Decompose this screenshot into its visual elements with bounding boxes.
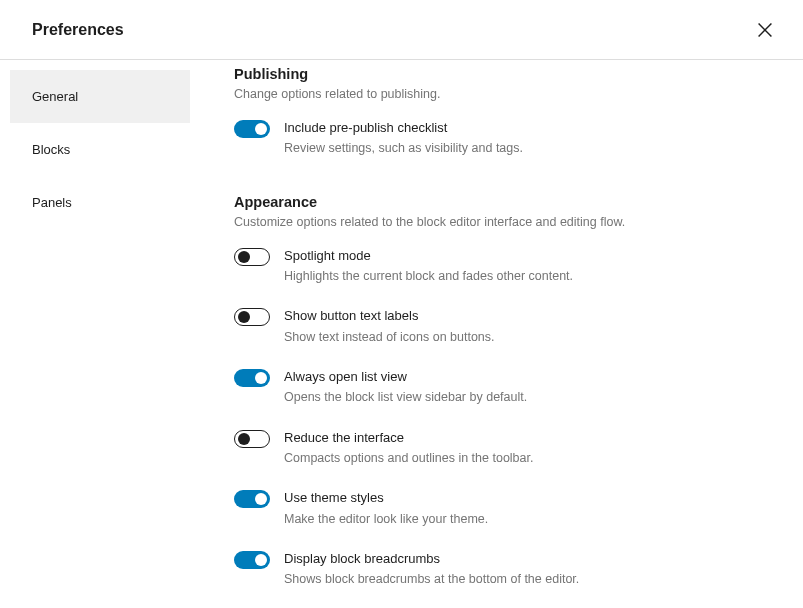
option-label: Include pre-publish checklist: [284, 119, 773, 137]
option-desc: Opens the block list view sidebar by def…: [284, 389, 773, 407]
option-label: Spotlight mode: [284, 247, 773, 265]
close-button[interactable]: [747, 12, 783, 48]
sidebar: General Blocks Panels: [0, 60, 190, 608]
section-title: Appearance: [234, 194, 773, 210]
option-desc: Review settings, such as visibility and …: [284, 140, 773, 158]
option-desc: Highlights the current block and fades o…: [284, 268, 773, 286]
toggle-reduce-interface[interactable]: [234, 430, 270, 448]
section-publishing: Publishing Change options related to pub…: [234, 66, 773, 158]
option-button-text-labels: Show button text labels Show text instea…: [234, 307, 773, 346]
section-desc: Change options related to publishing.: [234, 87, 773, 101]
tab-label: General: [32, 89, 78, 104]
tab-panels[interactable]: Panels: [10, 176, 190, 229]
option-spotlight-mode: Spotlight mode Highlights the current bl…: [234, 247, 773, 286]
option-label: Use theme styles: [284, 489, 773, 507]
tab-general[interactable]: General: [10, 70, 190, 123]
content-area: Publishing Change options related to pub…: [190, 60, 803, 608]
option-label: Always open list view: [284, 368, 773, 386]
page-title: Preferences: [32, 21, 124, 39]
section-title: Publishing: [234, 66, 773, 82]
option-label: Display block breadcrumbs: [284, 550, 773, 568]
option-label: Show button text labels: [284, 307, 773, 325]
toggle-pre-publish-checklist[interactable]: [234, 120, 270, 138]
option-desc: Compacts options and outlines in the too…: [284, 450, 773, 468]
option-desc: Make the editor look like your theme.: [284, 511, 773, 529]
option-always-open-list-view: Always open list view Opens the block li…: [234, 368, 773, 407]
section-appearance: Appearance Customize options related to …: [234, 194, 773, 589]
tab-label: Blocks: [32, 142, 70, 157]
close-icon: [754, 19, 776, 41]
toggle-always-open-list-view[interactable]: [234, 369, 270, 387]
option-desc: Shows block breadcrumbs at the bottom of…: [284, 571, 773, 589]
toggle-button-text-labels[interactable]: [234, 308, 270, 326]
toggle-spotlight-mode[interactable]: [234, 248, 270, 266]
option-display-block-breadcrumbs: Display block breadcrumbs Shows block br…: [234, 550, 773, 589]
option-reduce-interface: Reduce the interface Compacts options an…: [234, 429, 773, 468]
option-use-theme-styles: Use theme styles Make the editor look li…: [234, 489, 773, 528]
section-desc: Customize options related to the block e…: [234, 215, 773, 229]
option-pre-publish-checklist: Include pre-publish checklist Review set…: [234, 119, 773, 158]
preferences-header: Preferences: [0, 0, 803, 60]
toggle-display-block-breadcrumbs[interactable]: [234, 551, 270, 569]
tab-label: Panels: [32, 195, 72, 210]
option-label: Reduce the interface: [284, 429, 773, 447]
toggle-use-theme-styles[interactable]: [234, 490, 270, 508]
tab-blocks[interactable]: Blocks: [10, 123, 190, 176]
option-desc: Show text instead of icons on buttons.: [284, 329, 773, 347]
